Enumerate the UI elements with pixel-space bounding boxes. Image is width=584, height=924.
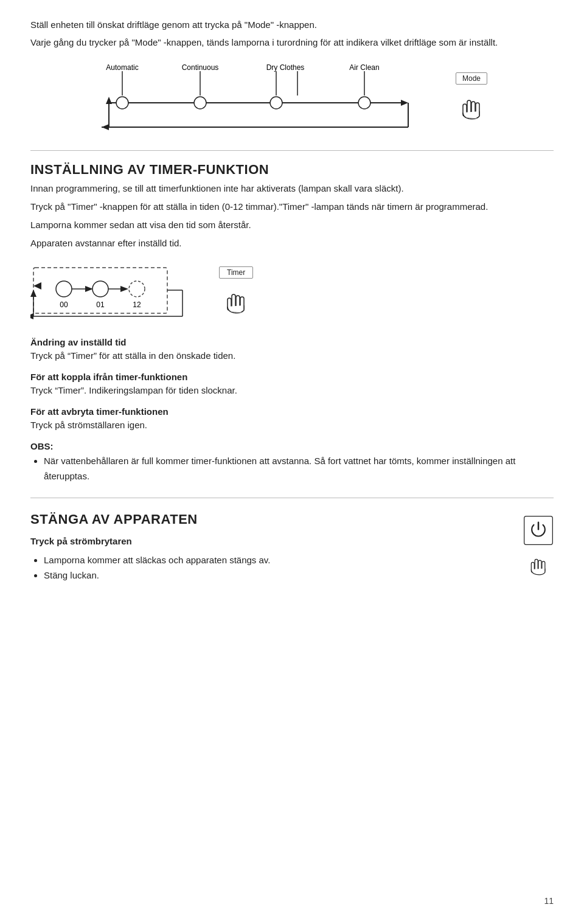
page-number: 11 xyxy=(544,896,554,906)
timer-para2: Tryck på "Timer" -knappen för att ställa… xyxy=(30,200,554,214)
obs-title: OBS: xyxy=(30,441,554,451)
svg-text:12: 12 xyxy=(133,300,141,309)
mode-hand-icon xyxy=(457,87,486,123)
change-title: Ändring av inställd tid xyxy=(30,337,554,347)
timer-diagram-svg: 00 01 12 xyxy=(30,262,189,328)
divider-2 xyxy=(30,498,554,498)
stanga-inner: STÄNGA AV APPARATEN Tryck på strömbrytar… xyxy=(30,509,554,583)
timer-para4: Apparaten avstannar efter inställd tid. xyxy=(30,236,554,251)
timer-para1: Innan programmering, se till att timerfu… xyxy=(30,181,554,196)
cancel-title: För att avbryta timer-funktionen xyxy=(30,406,554,417)
stanga-bullets: Lamporna kommer att släckas och apparate… xyxy=(44,552,505,583)
stanga-bullet-2: Stäng luckan. xyxy=(44,568,505,583)
mode-diagram-svg: Automatic Continuous Dry Clothes Air Cle… xyxy=(97,60,437,139)
timer-para3: Lamporna kommer sedan att visa den tid s… xyxy=(30,218,554,232)
intro-line1: Ställ enheten till önskat driftläge geno… xyxy=(30,18,554,32)
svg-marker-5 xyxy=(401,100,408,106)
mode-diagram-container: Automatic Continuous Dry Clothes Air Cle… xyxy=(30,60,554,139)
stanga-title: STÄNGA AV APPARATEN xyxy=(30,512,505,527)
timer-button-label: Timer xyxy=(219,266,253,279)
svg-text:Continuous: Continuous xyxy=(182,63,219,72)
svg-text:Dry Clothes: Dry Clothes xyxy=(266,63,305,72)
svg-text:Air Clean: Air Clean xyxy=(349,63,379,72)
divider-1 xyxy=(30,150,554,151)
timer-section: INSTÄLLNING AV TIMER-FUNKTION Innan prog… xyxy=(30,162,554,484)
svg-text:01: 01 xyxy=(96,300,105,309)
disconnect-text: Tryck “Timer”. Indikeringslampan för tid… xyxy=(30,383,554,398)
timer-diagram-area: 00 01 12 Timer xyxy=(30,262,554,328)
power-button-box xyxy=(523,515,554,578)
svg-point-34 xyxy=(129,281,145,297)
mode-diagram: Automatic Continuous Dry Clothes Air Cle… xyxy=(97,60,437,139)
timer-section-title: INSTÄLLNING AV TIMER-FUNKTION xyxy=(30,162,554,178)
mode-button-box: Mode xyxy=(456,72,487,123)
obs-block: OBS: När vattenbehållaren är full kommer… xyxy=(30,441,554,484)
intro-line2: Varje gång du trycker på "Mode" -knappen… xyxy=(30,36,554,50)
timer-hand-icon xyxy=(221,281,251,318)
svg-marker-20 xyxy=(106,97,112,104)
svg-point-31 xyxy=(92,281,108,297)
power-icon xyxy=(523,515,554,546)
svg-point-28 xyxy=(56,281,72,297)
stanga-section: STÄNGA AV APPARATEN Tryck på strömbrytar… xyxy=(30,509,554,583)
stanga-bullet-1: Lamporna kommer att släckas och apparate… xyxy=(44,552,505,568)
stanga-text-block: STÄNGA AV APPARATEN Tryck på strömbrytar… xyxy=(30,509,505,583)
svg-point-14 xyxy=(358,97,370,109)
svg-text:Automatic: Automatic xyxy=(106,63,138,72)
timer-diagram: 00 01 12 xyxy=(30,262,189,328)
change-text: Tryck på “Timer” för att ställa in den ö… xyxy=(30,349,554,363)
svg-rect-50 xyxy=(524,516,553,544)
mode-button-label: Mode xyxy=(456,72,487,85)
svg-point-12 xyxy=(194,97,206,109)
obs-list: När vattenbehållaren är full kommer time… xyxy=(44,454,554,484)
cancel-text: Tryck på strömställaren igen. xyxy=(30,418,554,432)
svg-point-13 xyxy=(270,97,282,109)
stanga-subtitle: Tryck på strömbrytaren xyxy=(30,536,505,546)
svg-text:00: 00 xyxy=(60,300,68,309)
intro-block: Ställ enheten till önskat driftläge geno… xyxy=(30,18,554,49)
obs-item-1: När vattenbehållaren är full kommer time… xyxy=(44,454,554,484)
disconnect-title: För att koppla ifrån timer-funktionen xyxy=(30,372,554,382)
timer-button-box: Timer xyxy=(219,266,253,318)
power-hand-icon xyxy=(526,548,551,578)
svg-point-11 xyxy=(116,97,128,109)
